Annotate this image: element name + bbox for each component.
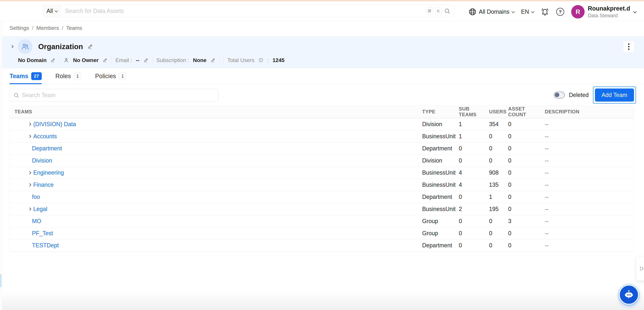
subscription-value: None xyxy=(193,57,206,63)
team-asset-count: 0 xyxy=(504,206,540,212)
org-domain: No Domain xyxy=(18,57,46,63)
team-users-count: 195 xyxy=(484,206,504,212)
org-expand-button[interactable] xyxy=(11,45,13,48)
help-icon: ? xyxy=(556,8,564,16)
table-row: Division Division 0 0 0 -- xyxy=(10,154,634,167)
col-header-assetcount: ASSET COUNT xyxy=(504,106,540,117)
search-scope-selector[interactable]: All xyxy=(43,5,61,17)
add-team-focus-ring: Add Team xyxy=(593,86,636,104)
chatbot-button[interactable] xyxy=(619,285,639,304)
table-row: Legal BusinessUnit 2 195 0 -- xyxy=(10,203,634,215)
team-name-link[interactable]: (DIVISION) Data xyxy=(33,121,76,127)
tab-bar: Teams 27 Roles 1 Policies 1 xyxy=(2,68,644,84)
team-type: Department xyxy=(418,194,454,200)
table-body: (DIVISION) Data Division 1 354 0 -- Acco… xyxy=(10,118,634,251)
teams-toolbar: Deleted Add Team xyxy=(2,84,644,106)
team-name-link[interactable]: Engineering xyxy=(33,169,64,176)
table-row: (DIVISION) Data Division 1 354 0 -- xyxy=(10,118,634,130)
domains-dropdown[interactable]: All Domains xyxy=(468,8,514,16)
k-key-icon: K xyxy=(435,7,442,15)
team-asset-count: 0 xyxy=(504,182,540,188)
edit-domain-button[interactable] xyxy=(50,58,56,63)
add-team-button[interactable]: Add Team xyxy=(595,88,634,102)
bell-icon xyxy=(541,8,549,16)
tab-count-badge: 1 xyxy=(74,72,82,80)
collapsed-side-widget[interactable] xyxy=(636,256,644,281)
tab-count-badge: 1 xyxy=(119,72,126,80)
language-dropdown[interactable]: EN xyxy=(521,9,534,15)
team-name-link[interactable]: PF_Test xyxy=(32,230,53,237)
team-subteams-count: 0 xyxy=(454,230,484,237)
team-asset-count: 0 xyxy=(504,133,540,140)
row-expand-chevron-icon[interactable] xyxy=(28,135,31,138)
team-description: -- xyxy=(540,242,634,249)
team-subteams-count: 1 xyxy=(454,133,484,140)
total-users-colon: : xyxy=(267,57,269,63)
team-subteams-count: 0 xyxy=(454,157,484,164)
user-role: Data Steward xyxy=(588,13,630,19)
breadcrumb-teams: Teams xyxy=(66,25,82,31)
edit-subscription-button[interactable] xyxy=(210,58,216,63)
tab-label: Teams xyxy=(10,73,28,80)
team-users-count: 135 xyxy=(484,182,504,188)
team-description: -- xyxy=(540,194,634,200)
global-header: All ⌘ K All Domains EN xyxy=(0,1,644,21)
org-more-actions-button[interactable] xyxy=(623,41,634,52)
organization-avatar xyxy=(18,39,32,54)
tab-policies[interactable]: Policies 1 xyxy=(95,68,126,84)
team-type: Department xyxy=(418,242,454,249)
team-people-icon xyxy=(21,42,29,51)
team-subteams-count: 4 xyxy=(454,169,484,176)
team-subteams-count: 0 xyxy=(454,242,484,249)
team-name-link[interactable]: Accounts xyxy=(33,133,57,140)
team-asset-count: 0 xyxy=(504,157,540,164)
team-asset-count: 0 xyxy=(504,194,540,200)
breadcrumb-separator: / xyxy=(32,25,34,31)
subscription-label: Subscription : xyxy=(156,57,189,63)
team-users-count: 1 xyxy=(484,194,504,200)
team-description: -- xyxy=(540,145,634,152)
row-expand-chevron-icon[interactable] xyxy=(28,171,31,174)
team-subteams-count: 0 xyxy=(454,218,484,225)
team-search-box xyxy=(10,89,218,101)
edit-org-name-button[interactable] xyxy=(87,44,93,50)
edit-owner-button[interactable] xyxy=(102,58,108,63)
help-button[interactable]: ? xyxy=(556,8,564,16)
breadcrumb-settings[interactable]: Settings xyxy=(10,25,29,31)
team-name-link[interactable]: Legal xyxy=(33,206,47,212)
total-users-label: Total Users xyxy=(228,57,254,63)
row-expand-chevron-icon[interactable] xyxy=(28,183,31,186)
breadcrumb-members[interactable]: Members xyxy=(36,25,59,31)
row-expand-chevron-icon[interactable] xyxy=(28,123,31,126)
row-expand-chevron-icon[interactable] xyxy=(28,208,31,211)
table-row: PF_Test Group 0 0 0 -- xyxy=(10,227,634,239)
email-value: -- xyxy=(136,57,140,63)
team-name-link[interactable]: Department xyxy=(32,145,62,152)
team-name-link[interactable]: Finance xyxy=(33,182,54,188)
tab-roles[interactable]: Roles 1 xyxy=(56,68,82,84)
team-name-link[interactable]: foo xyxy=(32,194,40,200)
team-name-link[interactable]: Division xyxy=(32,157,52,164)
team-description: -- xyxy=(540,218,634,225)
pencil-icon xyxy=(87,44,93,50)
team-subteams-count: 0 xyxy=(454,194,484,200)
team-users-count: 0 xyxy=(484,242,504,249)
tab-teams[interactable]: Teams 27 xyxy=(10,68,42,84)
robot-icon xyxy=(623,289,635,301)
table-row: MO Group 0 0 3 -- xyxy=(10,215,634,227)
search-icon xyxy=(444,8,450,14)
edit-email-button[interactable] xyxy=(143,58,148,63)
team-asset-count: 0 xyxy=(504,121,540,127)
team-users-count: 0 xyxy=(484,230,504,237)
team-search-input[interactable] xyxy=(22,92,218,99)
team-asset-count: 3 xyxy=(504,218,540,225)
tab-label: Policies xyxy=(95,73,116,80)
global-search-input[interactable] xyxy=(61,5,426,17)
team-name-link[interactable]: MO xyxy=(32,218,41,225)
team-name-link[interactable]: TESTDept xyxy=(32,242,59,249)
notifications-button[interactable] xyxy=(541,8,549,16)
user-menu[interactable]: R Rounakpreet.d Data Steward xyxy=(571,5,636,19)
deleted-toggle[interactable] xyxy=(554,92,565,98)
deleted-toggle-label: Deleted xyxy=(569,92,588,98)
team-type: BusinessUnit xyxy=(418,206,454,212)
